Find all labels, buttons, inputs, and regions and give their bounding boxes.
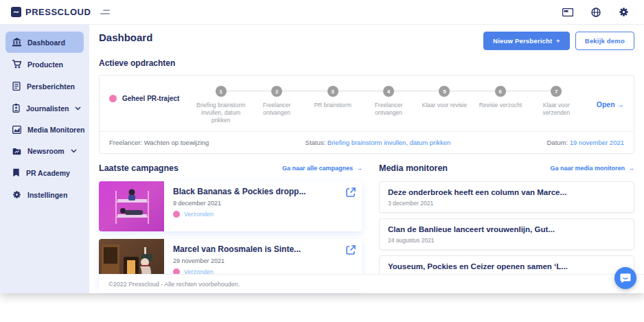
bank-icon (12, 38, 21, 47)
campaign-thumbnail (99, 181, 164, 231)
assignment-status: Status: Briefing brainstorm invullen, da… (209, 139, 547, 146)
sidebar-item-label: Instellingen (27, 191, 67, 199)
media-monitor-link[interactable]: Ga naar media monitoren → (550, 165, 634, 172)
step-7: 7 Klaar voor verzenden (529, 85, 584, 124)
all-campaigns-link[interactable]: Ga naar alle campagnes → (282, 165, 363, 172)
section-title-active-assignments: Actieve opdrachten (99, 58, 634, 68)
chart-icon (12, 126, 21, 134)
app-window: PRESSCLOUD Dashboard Producten (0, 0, 644, 293)
progress-stepper: 1 Briefing brainstorm invullen, datum pr… (193, 85, 584, 124)
section-title-campaigns: Laatste campagnes (99, 163, 179, 173)
step-circle: 7 (551, 86, 562, 97)
bookmark-icon (12, 168, 20, 177)
view-demo-button[interactable]: Bekijk demo (575, 32, 634, 50)
status-value[interactable]: Briefing brainstorm invullen, datum prik… (327, 139, 451, 146)
step-circle: 4 (383, 86, 394, 97)
settings-gear-icon[interactable] (619, 7, 629, 17)
page-title: Dashboard (99, 32, 152, 43)
media-item-title: Youseum, Pockies en Ceizer openen samen … (388, 262, 625, 271)
step-circle: 1 (216, 86, 227, 97)
campaign-date: 9 december 2021 (173, 200, 356, 207)
sidebar-item-label: Journalisten (26, 104, 69, 113)
media-item-title: Deze onderbroek heeft een column van Mar… (388, 188, 625, 196)
top-navbar: PRESSCLOUD (0, 0, 644, 25)
step-circle: 6 (495, 86, 506, 97)
globe-icon[interactable] (591, 8, 601, 17)
badge-icon (12, 104, 20, 113)
billing-card-icon[interactable] (562, 8, 573, 16)
sidebar-item-newsroom[interactable]: Newsroom (5, 141, 84, 161)
copyright-text: ©2022 Presscloud - Alle rechten voorbeho… (108, 281, 240, 288)
chevron-down-icon (75, 106, 81, 111)
footer: ©2022 Presscloud - Alle rechten voorbeho… (99, 274, 644, 293)
campaign-card[interactable]: Black Bananas & Pockies dropp... 9 decem… (99, 181, 363, 231)
step-circle: 2 (271, 86, 282, 97)
freelancer-status: Freelancer: Wachten op toewijzing (109, 139, 209, 146)
media-item-date: 3 december 2021 (388, 200, 625, 207)
sidebar-item-label: Producten (27, 60, 63, 69)
sidebar-item-media-monitoren[interactable]: Media Monitoren (5, 119, 84, 140)
sidebar-item-dashboard[interactable]: Dashboard (5, 32, 84, 53)
sidebar-item-label: Media Monitoren (27, 126, 84, 134)
sidebar-item-instellingen[interactable]: Instellingen (5, 184, 84, 205)
project-label: Geheel PR-traject (122, 95, 179, 102)
section-title-media-monitor: Media monitoren (379, 163, 448, 173)
chevron-down-icon (71, 149, 77, 153)
open-external-icon[interactable] (346, 187, 356, 200)
open-assignment-link[interactable]: Open → (584, 100, 624, 108)
presscloud-logo-icon (11, 7, 21, 17)
folder-icon (12, 148, 21, 155)
status-dot (109, 95, 117, 102)
cart-icon (12, 60, 21, 69)
media-item[interactable]: Deze onderbroek heeft een column van Mar… (379, 181, 634, 213)
plus-icon: + (556, 37, 560, 45)
project-label-group: Geheel PR-traject (109, 95, 193, 102)
media-item-title: Clan de Banlieue lanceert vrouwenlijn, G… (388, 225, 625, 233)
open-external-icon[interactable] (346, 245, 356, 257)
campaign-title: Black Bananas & Pockies dropp... (173, 187, 356, 196)
sidebar: Dashboard Producten Journalisten Persber… (0, 25, 89, 293)
campaign-status: Verzonden (184, 211, 214, 218)
menu-toggle-icon[interactable] (100, 10, 110, 14)
sidebar-item-pr-academy[interactable]: PR Academy (5, 162, 84, 183)
active-assignment-card: Geheel PR-traject 1 Briefing brainstorm … (99, 75, 634, 154)
step-circle: 5 (439, 86, 450, 97)
gear-icon (12, 190, 21, 199)
sidebar-item-producten[interactable]: Producten (5, 54, 84, 75)
status-dot (173, 211, 180, 218)
sidebar-item-label: PR Academy (26, 169, 70, 177)
media-item[interactable]: Clan de Banlieue lanceert vrouwenlijn, G… (379, 218, 634, 250)
document-icon (12, 82, 21, 91)
sidebar-item-label: Newsroom (27, 147, 65, 155)
arrow-right-icon: → (356, 165, 363, 172)
sidebar-item-persberichten[interactable]: Journalisten Persberichten (5, 76, 84, 97)
brand-logo[interactable]: PRESSCLOUD (11, 7, 91, 17)
campaign-title: Marcel van Roosmalen is Sinte... (173, 244, 356, 254)
chat-bubble-icon (620, 273, 631, 284)
campaign-date: 29 november 2021 (173, 257, 356, 264)
date-value: 19 november 2021 (570, 139, 624, 146)
sidebar-item-journalisten[interactable]: Journalisten (5, 97, 84, 119)
sidebar-item-label: Persberichten (27, 82, 75, 91)
arrow-right-icon: → (617, 100, 625, 108)
chat-launcher-button[interactable] (614, 267, 636, 289)
arrow-right-icon: → (628, 165, 634, 172)
new-press-release-button[interactable]: Nieuw Persbericht + (483, 32, 570, 50)
brand-name: PRESSCLOUD (25, 7, 91, 17)
step-circle: 3 (327, 86, 338, 97)
main-content: Dashboard Nieuw Persbericht + Bekijk dem… (89, 25, 644, 293)
media-item-date: 24 augustus 2021 (388, 237, 625, 244)
sidebar-item-label: Dashboard (27, 38, 65, 47)
assignment-meta-row: Freelancer: Wachten op toewijzing Status… (100, 131, 634, 153)
assignment-date: Datum: 19 november 2021 (547, 139, 625, 146)
